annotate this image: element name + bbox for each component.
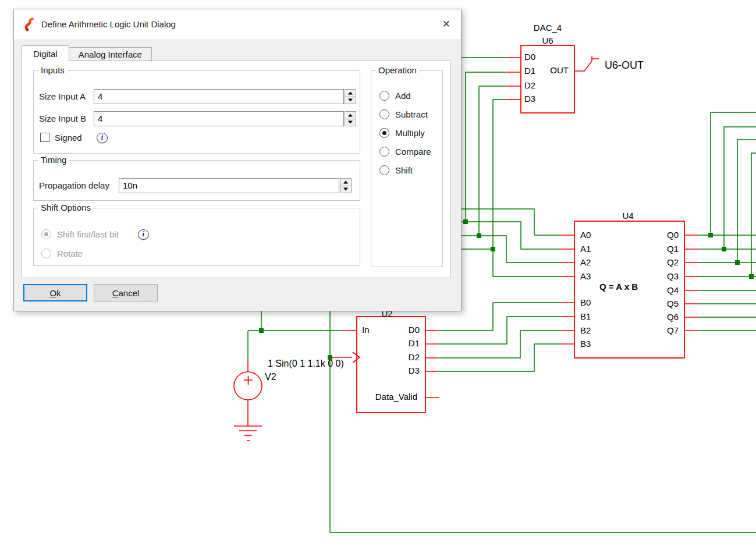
adc-pin-label: D3 — [409, 366, 420, 375]
size-input-b-spinner[interactable] — [345, 111, 356, 126]
size-input-b-field[interactable]: 4 — [94, 111, 344, 126]
propagation-delay-spinner[interactable] — [340, 178, 352, 193]
alu-pin-label: Q3 — [667, 271, 679, 281]
alu-pin-label: B2 — [580, 325, 591, 335]
wire-q0[interactable] — [698, 112, 756, 235]
alu-pin-label: Q7 — [667, 325, 679, 335]
dialog-title: Define Arithmetic Logic Unit Dialog — [41, 9, 176, 39]
spin-up-icon[interactable] — [345, 89, 356, 97]
junction — [477, 233, 481, 238]
ok-button-label: k — [56, 288, 61, 298]
alu-pin-label: Q6 — [667, 312, 679, 322]
signed-checkbox[interactable] — [40, 133, 49, 142]
spin-down-icon[interactable] — [345, 97, 356, 105]
operation-add-radio[interactable] — [379, 91, 389, 101]
shift-options-group-legend: Shift Options — [38, 203, 93, 212]
wire-q3[interactable] — [698, 153, 756, 276]
alu-dialog: Define Arithmetic Logic Unit Dialog ✕ Di… — [13, 9, 462, 311]
alu-function-label: Q = A x B — [599, 282, 638, 292]
wire-q1[interactable] — [698, 127, 756, 249]
adc-clock-arrow-icon — [353, 352, 360, 363]
operation-multiply-radio[interactable] — [379, 128, 389, 138]
wire-dac-d3[interactable] — [493, 100, 506, 249]
dac-pin-label: D1 — [524, 66, 535, 76]
propagation-delay-field[interactable]: 10n — [119, 178, 339, 193]
wire-q2[interactable] — [698, 140, 756, 262]
wire-dac-d1[interactable] — [466, 72, 506, 222]
alu-pin-label: Q0 — [667, 230, 679, 240]
shift-first-last-label: Shift first/last bit — [57, 229, 119, 240]
alu-pin-label: Q1 — [667, 244, 679, 254]
dialog-titlebar[interactable]: Define Arithmetic Logic Unit Dialog ✕ — [14, 9, 461, 39]
adc-pin-label: D0 — [409, 325, 420, 335]
alu-ref-label: U4 — [622, 211, 633, 221]
operation-subtract-radio[interactable] — [379, 109, 389, 119]
source-ref-label[interactable]: V2 — [265, 372, 276, 382]
rotate-radio — [41, 249, 51, 258]
source-value-label[interactable]: 1 Sin(0 1 1.1k 0 0) — [268, 359, 344, 368]
junction — [735, 260, 740, 265]
alu-a-pin-stubs[interactable] — [560, 235, 574, 276]
alu-pin-label: B1 — [580, 311, 591, 321]
propagation-delay-label: Propagation delay — [39, 178, 109, 193]
ok-button[interactable]: Ok — [23, 284, 87, 301]
tab-digital[interactable]: Digital — [22, 45, 69, 61]
size-input-b-label: Size Input B — [39, 111, 86, 126]
app-icon — [23, 17, 36, 31]
junction — [722, 247, 726, 251]
spin-down-icon[interactable] — [345, 119, 356, 127]
dac-out-terminal[interactable] — [574, 56, 599, 71]
wire-bottom-bus[interactable] — [330, 303, 756, 533]
operation-compare-label: Compare — [395, 146, 431, 158]
signed-label: Signed — [55, 132, 82, 144]
alu-pin-label: Q2 — [667, 257, 679, 267]
junction — [708, 233, 713, 237]
spin-up-icon[interactable] — [340, 178, 352, 186]
alu-pin-label: A2 — [580, 257, 591, 267]
junction — [491, 247, 495, 251]
alu-pin-label: B0 — [580, 297, 591, 307]
cancel-button-label: C — [112, 288, 119, 298]
dac-pin-label: D0 — [524, 52, 535, 62]
size-input-a-spinner[interactable] — [345, 89, 356, 104]
operation-group-legend: Operation — [376, 65, 419, 75]
adc-pin-label: Data_Valid — [375, 392, 417, 402]
dac-pin-stubs[interactable] — [506, 58, 521, 100]
alu-b-pin-stubs[interactable] — [560, 303, 574, 344]
spin-down-icon[interactable] — [340, 186, 352, 194]
operation-add-label: Add — [395, 90, 411, 102]
alu-q-pin-stubs[interactable] — [684, 235, 698, 331]
operation-compare-radio[interactable] — [379, 147, 389, 157]
rotate-label: Rotate — [57, 248, 83, 260]
size-input-a-field[interactable]: 4 — [94, 89, 344, 104]
operation-subtract-label: Subtract — [395, 109, 428, 120]
adc-pin-label: In — [362, 325, 370, 335]
junction — [463, 219, 468, 224]
close-icon[interactable]: ✕ — [442, 9, 450, 39]
operation-multiply-label: Multiply — [395, 127, 425, 139]
dac-pin-label: D3 — [524, 94, 535, 104]
tab-analog-interface[interactable]: Analog Interface — [69, 47, 152, 61]
ground-icon[interactable] — [234, 426, 262, 441]
info-icon[interactable]: i — [97, 133, 108, 143]
alu-pin-label: A3 — [580, 271, 591, 281]
alu-pin-label: A1 — [580, 244, 591, 254]
alu-pin-label: B3 — [580, 339, 591, 349]
junction — [749, 274, 754, 279]
alu-pin-label: Q5 — [667, 299, 679, 308]
wire-dac-d2[interactable] — [479, 86, 506, 236]
adc-pin-label: D2 — [409, 352, 420, 362]
spin-up-icon[interactable] — [345, 111, 356, 119]
junction — [259, 328, 264, 333]
timing-group-legend: Timing — [38, 155, 69, 165]
alu-pin-label: Q4 — [667, 285, 679, 295]
info-icon[interactable]: i — [138, 229, 149, 240]
shift-first-last-radio — [41, 229, 51, 239]
dac-ref-label: U6 — [542, 36, 553, 45]
source-plus-icon — [244, 376, 253, 385]
tab-bar: Digital Analog Interface — [22, 45, 152, 61]
terminal-label[interactable]: U6-OUT — [605, 59, 644, 71]
operation-shift-radio[interactable] — [379, 165, 389, 175]
ok-button-label: O — [49, 288, 56, 298]
cancel-button[interactable]: Cancel — [94, 284, 158, 301]
